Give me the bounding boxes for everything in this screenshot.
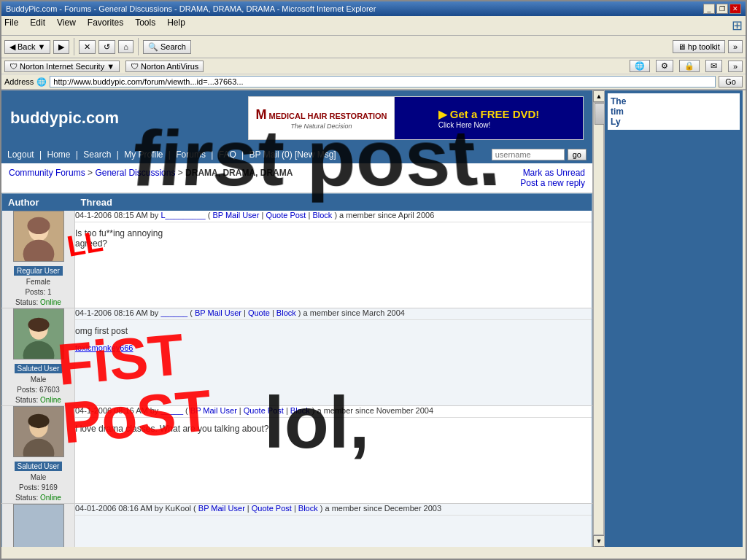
ad-left: M MEDICAL HAIR RESTORATION The Natural D… <box>249 97 395 139</box>
user-info-3: Male Posts: 9169 Status: Online <box>2 472 74 503</box>
home-button[interactable]: ⌂ <box>118 40 133 53</box>
address-label: Address <box>4 77 34 86</box>
menu-file[interactable]: File <box>4 18 18 34</box>
window-title: BuddyPic.com - Forums - General Discussi… <box>6 4 376 13</box>
scroll-thumb[interactable] <box>595 103 605 125</box>
post-content-1: Is too fu**ing annoyingagreed? <box>75 225 592 252</box>
bp-mail-link-2[interactable]: BP Mail User <box>195 308 241 317</box>
nav-sep-6: | <box>241 149 246 160</box>
quote-link-4[interactable]: Quote Post <box>252 504 292 513</box>
user-badge-3: Saluted User <box>15 462 63 471</box>
back-button[interactable]: ◀ Back ▼ <box>4 40 50 54</box>
post-meta-4: 04-01-2006 08:16 AM by KuKool ( BP Mail … <box>75 504 592 516</box>
toolbar-extra-button[interactable]: » <box>728 40 743 53</box>
antivirus-icon: 🛡 <box>131 62 139 71</box>
breadcrumb-community[interactable]: Community Forums <box>9 168 85 178</box>
close-button[interactable]: ✕ <box>729 4 741 14</box>
main-layout: buddypic.com M MEDICAL HAIR RESTORATION … <box>1 90 746 547</box>
nav-search[interactable]: Search <box>83 149 111 160</box>
nav-logout[interactable]: Logout <box>7 149 34 160</box>
hp-toolkit-button[interactable]: 🖥 hp toolkit <box>673 40 725 53</box>
post-meta-3: 04-1-2006 08:16 AM by _____ ( BP Mail Us… <box>75 406 592 418</box>
table-row: Saluted User Male Posts: 9169 Status: On… <box>2 406 592 504</box>
address-input[interactable] <box>50 76 716 88</box>
security-extra-3[interactable]: 🔒 <box>679 60 700 72</box>
nav-forums[interactable]: Forums <box>176 149 206 160</box>
security-extra-4[interactable]: ✉ <box>705 60 722 72</box>
post-date-3: 04-1-2006 08:16 AM by <box>75 406 158 415</box>
menu-edit[interactable]: Edit <box>30 18 45 34</box>
menu-favorites[interactable]: Favorites <box>88 18 123 34</box>
username-input[interactable] <box>492 149 565 160</box>
security-extra-1[interactable]: 🌐 <box>630 60 650 72</box>
scroll-down-button[interactable]: ▼ <box>593 535 605 547</box>
mark-unread-link[interactable]: Mark as Unread <box>520 168 585 178</box>
user-badge-2: Saluted User <box>15 364 63 373</box>
quote-link-2[interactable]: Quote <box>248 308 270 317</box>
menu-help[interactable]: Help <box>167 18 185 34</box>
block-link-4[interactable]: Block <box>298 504 318 513</box>
breadcrumb-category[interactable]: General Discussions <box>95 168 175 178</box>
nav-bpmail[interactable]: BP Mail (0) [New Msg] <box>249 149 336 160</box>
search-button[interactable]: 🔍 Search <box>143 40 191 54</box>
security-extra-2[interactable]: ⚙ <box>656 60 673 72</box>
forward-icon: ▶ <box>58 42 64 52</box>
ad-cta-sub: Click Here Now! <box>438 121 540 129</box>
quote-link-1[interactable]: Quote Post <box>266 211 306 219</box>
security-bar: 🛡 Norton Internet Security ▼ 🛡 Norton An… <box>1 58 746 74</box>
post-username-link-2[interactable]: ______ <box>160 308 187 317</box>
user-info-1: Female Posts: 1 Status: Online <box>2 277 74 308</box>
menu-tools[interactable]: Tools <box>135 18 155 34</box>
post-member-3: ) a member since November 2004 <box>312 406 433 415</box>
nav-sep-3: | <box>117 149 121 160</box>
user-posts-2: Posts: 67603 <box>2 385 74 395</box>
browser-window: BuddyPic.com - Forums - General Discussi… <box>0 0 747 560</box>
post-date-4: 04-01-2006 08:16 AM by KuKool <box>75 504 191 513</box>
nav-faq[interactable]: FAQ <box>219 149 236 160</box>
refresh-button[interactable]: ↺ <box>98 40 115 54</box>
sig-link-2[interactable]: toxicmonkey666 <box>75 343 133 352</box>
forward-button[interactable]: ▶ <box>53 40 69 54</box>
stop-button[interactable]: ✕ <box>79 40 96 54</box>
bp-mail-link-3[interactable]: BP Mail User <box>190 406 237 415</box>
quote-link-3[interactable]: Quote Post <box>244 406 284 415</box>
security-extra-5[interactable]: » <box>728 61 743 72</box>
author-cell-1: Regular User Female Posts: 1 Status: Onl… <box>2 211 75 308</box>
ad-cta: ▶ Get a FREE DVD! <box>438 108 540 121</box>
thread-cell-4: 04-01-2006 08:16 AM by KuKool ( BP Mail … <box>75 504 592 548</box>
post-sep-4: ( <box>193 504 196 513</box>
bp-mail-link-4[interactable]: BP Mail User <box>198 504 245 513</box>
post-member-4: ) a member since December 2003 <box>320 504 441 513</box>
ad-brand: M MEDICAL HAIR RESTORATION <box>255 107 387 122</box>
nav-myprofile[interactable]: My Profile <box>124 149 163 160</box>
avatar <box>13 406 64 457</box>
go-button[interactable]: Go <box>719 76 743 88</box>
post-username-link-1[interactable]: L_________ <box>160 211 205 219</box>
post-sep-2: ( <box>190 308 193 317</box>
restore-button[interactable]: ❐ <box>716 4 728 14</box>
nav-home[interactable]: Home <box>47 149 71 160</box>
block-link-1[interactable]: Block <box>312 211 332 219</box>
nav-sep-1: | <box>39 149 44 160</box>
post-username-link-3[interactable]: _____ <box>160 406 183 415</box>
author-cell-3: Saluted User Male Posts: 9169 Status: On… <box>2 406 75 504</box>
back-icon: ◀ <box>9 42 15 52</box>
bp-mail-link-1[interactable]: BP Mail User <box>212 211 259 219</box>
post-by-1: by <box>150 211 161 219</box>
post-sep-3: ( <box>185 406 188 415</box>
scroll-track[interactable] <box>593 102 604 535</box>
address-icon: 🌐 <box>36 77 47 87</box>
avatar-image-4 <box>14 505 63 547</box>
avatar-image-1 <box>14 211 63 261</box>
menu-view[interactable]: View <box>57 18 76 34</box>
norton-security-button[interactable]: 🛡 Norton Internet Security ▼ <box>4 61 120 72</box>
minimize-button[interactable]: _ <box>703 4 715 14</box>
header-ad[interactable]: M MEDICAL HAIR RESTORATION The Natural D… <box>248 96 584 140</box>
login-go-button[interactable]: go <box>568 149 587 160</box>
new-reply-link[interactable]: Post a new reply <box>520 178 585 188</box>
scroll-up-button[interactable]: ▲ <box>593 90 605 102</box>
norton-antivirus-button[interactable]: 🛡 Norton AntiVirus <box>125 61 204 72</box>
avatar-image-3 <box>14 407 63 456</box>
block-link-3[interactable]: Block <box>290 406 310 415</box>
block-link-2[interactable]: Block <box>276 308 296 317</box>
